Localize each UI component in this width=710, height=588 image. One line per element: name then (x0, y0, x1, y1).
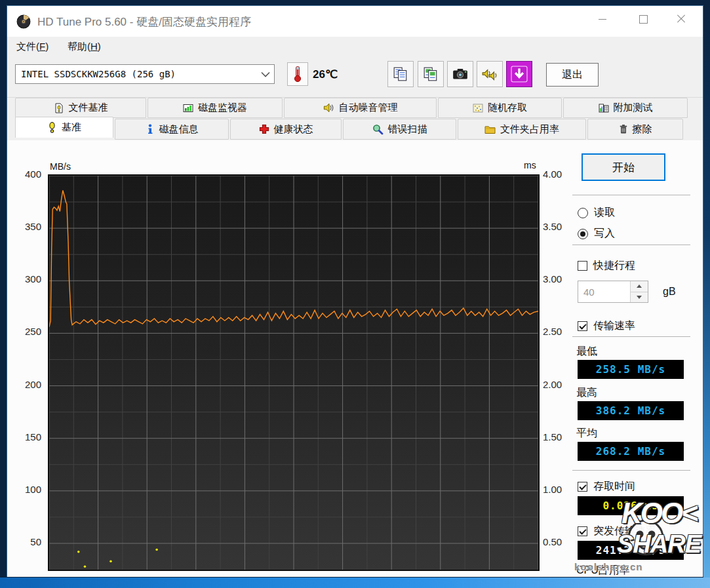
drive-select-dropdown[interactable]: INTEL SSDSCKKW256G8 (256 gB) (15, 64, 275, 84)
right-axis-tick: 3.00 (543, 273, 576, 284)
radio-write[interactable]: 写入 (578, 227, 615, 241)
koolshare-logo-watermark: KOO< SHARE (606, 500, 710, 556)
radio-read-label: 读取 (594, 206, 615, 220)
copy-image-icon (423, 66, 439, 82)
close-button[interactable] (666, 6, 696, 32)
maximize-icon (639, 15, 648, 24)
tab-label: 基准 (62, 121, 81, 134)
health-cross-icon (259, 124, 269, 134)
exit-button[interactable]: 退出 (546, 63, 599, 87)
tab-disk-info[interactable]: 磁盘信息 (115, 119, 229, 140)
radio-read[interactable]: 读取 (578, 206, 615, 220)
transfer-rate-label: 传输速率 (593, 319, 635, 333)
tab-health[interactable]: 健康状态 (230, 119, 342, 140)
access-time-label: 存取时间 (593, 480, 635, 494)
minimize-icon (599, 19, 606, 20)
tab-erase[interactable]: 擦除 (587, 119, 683, 140)
tab-aam[interactable]: 自动噪音管理 (284, 98, 437, 118)
title-bar[interactable]: HD Tune Pro 5.60 - 硬盘/固态硬盘实用程序 (7, 6, 703, 37)
tab-label: 错误扫描 (388, 123, 427, 136)
koolshare-site-watermark: koolshare.cn (574, 561, 643, 572)
short-stroke-input[interactable]: 40 (578, 281, 648, 303)
speaker-icon (323, 102, 334, 113)
radio-checked-icon (578, 229, 588, 239)
logo-text-bottom: SHARE (606, 532, 710, 556)
tab-disk-monitor[interactable]: 磁盘监视器 (148, 98, 283, 118)
separator (572, 195, 690, 195)
tab-benchmark[interactable]: 基准 (15, 117, 113, 138)
start-button[interactable]: 开始 (582, 153, 665, 181)
left-axis-unit: MB/s (50, 161, 71, 172)
spin-up-button[interactable] (631, 281, 648, 292)
copy-image-button[interactable] (418, 61, 444, 87)
left-axis-tick: 150 (14, 431, 41, 442)
triangle-down-icon (637, 296, 642, 299)
triangle-up-icon (637, 284, 642, 288)
menu-bar: 文件(F) 帮助(H) (7, 37, 703, 56)
speaker-pair-icon (481, 66, 498, 82)
checkbox-icon (578, 261, 587, 271)
spin-down-button[interactable] (631, 292, 648, 303)
benchmark-icon (47, 122, 57, 133)
right-axis-tick: 4.00 (543, 168, 576, 180)
menu-help[interactable]: 帮助(H) (64, 39, 105, 54)
left-axis-tick: 200 (14, 379, 41, 390)
tab-extra-tests[interactable]: 附加测试 (563, 98, 688, 118)
tab-row-primary: 基准 磁盘信息 健康状态 错误扫描 (7, 119, 703, 140)
tab-row-secondary: 文件基准 磁盘监视器 自动噪音管理 (7, 98, 703, 119)
app-window: HD Tune Pro 5.60 - 硬盘/固态硬盘实用程序 文件(F) 帮助(… (7, 5, 703, 577)
desktop-taskbar-strip (0, 578, 710, 588)
max-value: 386.2 MB/s (596, 404, 665, 417)
save-results-button[interactable] (506, 61, 532, 87)
left-axis-tick: 100 (14, 484, 41, 495)
info-icon (146, 124, 155, 134)
benchmark-panel: MB/s ms 400350300250200150100504.003.503… (7, 140, 703, 577)
checkbox-checked-icon (578, 321, 587, 331)
separator (572, 245, 690, 245)
left-axis-tick: 250 (14, 326, 41, 337)
tab-error-scan[interactable]: 错误扫描 (343, 119, 456, 140)
right-axis-unit: ms (524, 160, 536, 170)
temperature-button[interactable] (287, 62, 308, 86)
tab-label: 磁盘监视器 (198, 102, 247, 114)
tab-label: 自动噪音管理 (339, 102, 398, 114)
checkbox-transfer-rate[interactable]: 传输速率 (578, 319, 635, 333)
max-label: 最高 (576, 386, 597, 400)
drive-select-value: INTEL SSDSCKKW256G8 (256 gB) (16, 69, 257, 79)
separator (572, 470, 690, 471)
benchmark-chart (48, 174, 540, 571)
folder-icon (484, 125, 496, 134)
min-value: 258.5 MB/s (596, 363, 665, 376)
magnifier-icon (372, 124, 384, 135)
right-axis-tick: 0.50 (543, 536, 576, 547)
right-axis-tick: 1.00 (543, 484, 576, 495)
short-stroke-unit: gB (663, 286, 676, 298)
short-stroke-value: 40 (578, 281, 630, 302)
tab-label: 健康状态 (274, 123, 313, 136)
copy-text-button[interactable] (387, 61, 414, 87)
right-axis-tick: 3.50 (543, 221, 576, 232)
tab-folder-usage[interactable]: 文件夹占用率 (458, 119, 586, 140)
maximize-button[interactable] (628, 6, 658, 32)
aam-button[interactable] (477, 61, 503, 87)
right-axis-tick: 2.00 (543, 379, 576, 390)
left-axis-tick: 300 (14, 273, 41, 284)
logo-text-top: KOO< (606, 500, 710, 527)
tab-random-access[interactable]: 随机存取 (438, 98, 562, 118)
checkbox-short-stroke[interactable]: 快捷行程 (578, 259, 635, 273)
extra-tests-icon (599, 103, 609, 113)
tab-label: 附加测试 (614, 102, 653, 114)
tab-file-benchmark[interactable]: 文件基准 (15, 98, 146, 118)
chevron-down-icon (257, 71, 274, 77)
checkbox-checked-icon (578, 482, 587, 492)
min-value-display: 258.5 MB/s (578, 360, 684, 379)
short-stroke-label: 快捷行程 (593, 259, 635, 273)
screenshot-button[interactable] (447, 61, 473, 87)
radio-write-label: 写入 (594, 227, 615, 241)
avg-label: 平均 (576, 427, 597, 441)
minimize-button[interactable] (587, 6, 618, 32)
menu-file[interactable]: 文件(F) (12, 39, 52, 54)
tab-label: 擦除 (633, 123, 652, 136)
checkbox-access-time[interactable]: 存取时间 (578, 480, 635, 494)
toolbar: INTEL SSDSCKKW256G8 (256 gB) 26℃ (7, 56, 703, 98)
